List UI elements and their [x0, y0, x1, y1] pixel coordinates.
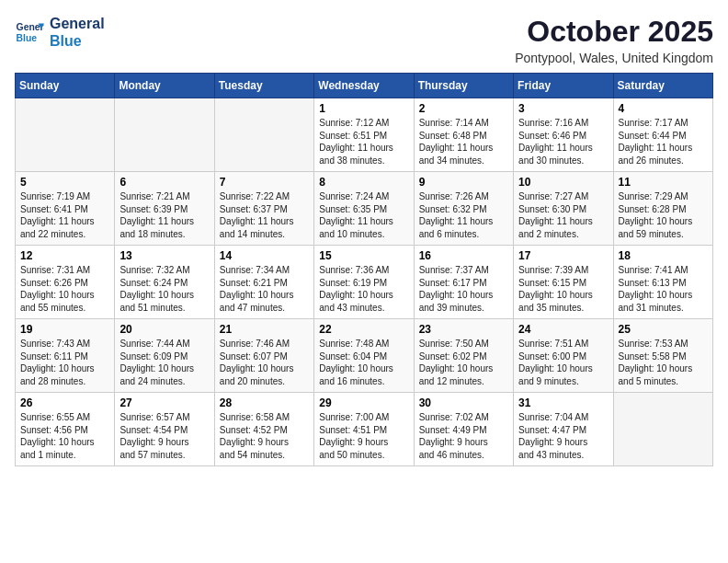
day-number: 19: [20, 323, 109, 336]
calendar-cell: [613, 393, 712, 466]
day-number: 30: [419, 396, 508, 409]
calendar-cell: 13Sunrise: 7:32 AM Sunset: 6:24 PM Dayli…: [115, 246, 214, 319]
cell-content: Sunrise: 7:16 AM Sunset: 6:46 PM Dayligh…: [518, 117, 608, 167]
cell-content: Sunrise: 7:34 AM Sunset: 6:21 PM Dayligh…: [220, 264, 309, 314]
cell-content: Sunrise: 7:17 AM Sunset: 6:44 PM Dayligh…: [619, 117, 708, 167]
cell-content: Sunrise: 6:57 AM Sunset: 4:54 PM Dayligh…: [119, 411, 209, 461]
cell-content: Sunrise: 7:02 AM Sunset: 4:49 PM Dayligh…: [419, 411, 508, 461]
calendar-cell: 9Sunrise: 7:26 AM Sunset: 6:32 PM Daylig…: [414, 172, 513, 246]
day-number: 3: [518, 102, 608, 115]
calendar-cell: 23Sunrise: 7:50 AM Sunset: 6:02 PM Dayli…: [414, 319, 513, 393]
week-row-3: 12Sunrise: 7:31 AM Sunset: 6:26 PM Dayli…: [16, 246, 713, 319]
cell-content: Sunrise: 7:12 AM Sunset: 6:51 PM Dayligh…: [319, 117, 408, 167]
weekday-header-row: SundayMondayTuesdayWednesdayThursdayFrid…: [16, 74, 713, 98]
calendar-cell: 24Sunrise: 7:51 AM Sunset: 6:00 PM Dayli…: [514, 319, 613, 393]
calendar-cell: 1Sunrise: 7:12 AM Sunset: 6:51 PM Daylig…: [314, 98, 414, 172]
calendar-cell: 15Sunrise: 7:36 AM Sunset: 6:19 PM Dayli…: [314, 246, 414, 319]
week-row-4: 19Sunrise: 7:43 AM Sunset: 6:11 PM Dayli…: [16, 319, 713, 393]
calendar-cell: 16Sunrise: 7:37 AM Sunset: 6:17 PM Dayli…: [414, 246, 513, 319]
day-number: 31: [518, 396, 608, 409]
day-number: 24: [518, 323, 608, 336]
day-number: 7: [220, 176, 309, 189]
weekday-header-sunday: Sunday: [16, 74, 115, 98]
calendar-cell: 12Sunrise: 7:31 AM Sunset: 6:26 PM Dayli…: [16, 246, 115, 319]
calendar-cell: 6Sunrise: 7:21 AM Sunset: 6:39 PM Daylig…: [115, 172, 214, 246]
cell-content: Sunrise: 7:21 AM Sunset: 6:39 PM Dayligh…: [119, 190, 209, 240]
day-number: 9: [419, 176, 508, 189]
cell-content: Sunrise: 7:41 AM Sunset: 6:13 PM Dayligh…: [619, 264, 708, 314]
calendar-cell: 26Sunrise: 6:55 AM Sunset: 4:56 PM Dayli…: [16, 393, 115, 466]
cell-content: Sunrise: 7:04 AM Sunset: 4:47 PM Dayligh…: [518, 411, 608, 461]
calendar-cell: [115, 98, 214, 172]
calendar-cell: 27Sunrise: 6:57 AM Sunset: 4:54 PM Dayli…: [115, 393, 214, 466]
day-number: 8: [319, 176, 408, 189]
cell-content: Sunrise: 7:29 AM Sunset: 6:28 PM Dayligh…: [619, 190, 708, 240]
weekday-header-thursday: Thursday: [414, 74, 513, 98]
page-container: General Blue General Blue October 2025 P…: [0, 0, 728, 476]
calendar-cell: [16, 98, 115, 172]
logo-general: General: [50, 15, 105, 32]
week-row-2: 5Sunrise: 7:19 AM Sunset: 6:41 PM Daylig…: [16, 172, 713, 246]
weekday-header-friday: Friday: [514, 74, 613, 98]
calendar-cell: 29Sunrise: 7:00 AM Sunset: 4:51 PM Dayli…: [314, 393, 414, 466]
calendar-cell: [214, 98, 313, 172]
cell-content: Sunrise: 6:58 AM Sunset: 4:52 PM Dayligh…: [220, 411, 309, 461]
cell-content: Sunrise: 7:31 AM Sunset: 6:26 PM Dayligh…: [20, 264, 109, 314]
cell-content: Sunrise: 7:37 AM Sunset: 6:17 PM Dayligh…: [419, 264, 508, 314]
weekday-header-wednesday: Wednesday: [314, 74, 414, 98]
cell-content: Sunrise: 7:22 AM Sunset: 6:37 PM Dayligh…: [220, 190, 309, 240]
day-number: 2: [419, 102, 508, 115]
location: Pontypool, Wales, United Kingdom: [515, 51, 713, 65]
cell-content: Sunrise: 6:55 AM Sunset: 4:56 PM Dayligh…: [20, 411, 109, 461]
month-title: October 2025: [515, 15, 713, 49]
cell-content: Sunrise: 7:27 AM Sunset: 6:30 PM Dayligh…: [518, 190, 608, 240]
header: General Blue General Blue October 2025 P…: [15, 15, 713, 65]
calendar-cell: 3Sunrise: 7:16 AM Sunset: 6:46 PM Daylig…: [514, 98, 613, 172]
logo-blue: Blue: [50, 32, 105, 50]
calendar-cell: 10Sunrise: 7:27 AM Sunset: 6:30 PM Dayli…: [514, 172, 613, 246]
svg-text:Blue: Blue: [17, 33, 38, 43]
cell-content: Sunrise: 7:14 AM Sunset: 6:48 PM Dayligh…: [419, 117, 508, 167]
calendar-cell: 30Sunrise: 7:02 AM Sunset: 4:49 PM Dayli…: [414, 393, 513, 466]
day-number: 26: [20, 396, 109, 409]
day-number: 28: [220, 396, 309, 409]
logo: General Blue General Blue: [15, 15, 105, 50]
cell-content: Sunrise: 7:43 AM Sunset: 6:11 PM Dayligh…: [20, 338, 109, 387]
day-number: 15: [319, 249, 408, 262]
day-number: 1: [319, 102, 408, 115]
calendar-cell: 4Sunrise: 7:17 AM Sunset: 6:44 PM Daylig…: [613, 98, 712, 172]
day-number: 13: [119, 249, 209, 262]
calendar-cell: 5Sunrise: 7:19 AM Sunset: 6:41 PM Daylig…: [16, 172, 115, 246]
calendar-cell: 2Sunrise: 7:14 AM Sunset: 6:48 PM Daylig…: [414, 98, 513, 172]
day-number: 20: [119, 323, 209, 336]
weekday-header-monday: Monday: [115, 74, 214, 98]
day-number: 11: [619, 176, 708, 189]
day-number: 14: [220, 249, 309, 262]
calendar-cell: 25Sunrise: 7:53 AM Sunset: 5:58 PM Dayli…: [613, 319, 712, 393]
cell-content: Sunrise: 7:46 AM Sunset: 6:07 PM Dayligh…: [220, 338, 309, 387]
calendar-cell: 17Sunrise: 7:39 AM Sunset: 6:15 PM Dayli…: [514, 246, 613, 319]
title-block: October 2025 Pontypool, Wales, United Ki…: [515, 15, 713, 65]
cell-content: Sunrise: 7:24 AM Sunset: 6:35 PM Dayligh…: [319, 190, 408, 240]
day-number: 16: [419, 249, 508, 262]
week-row-5: 26Sunrise: 6:55 AM Sunset: 4:56 PM Dayli…: [16, 393, 713, 466]
weekday-header-saturday: Saturday: [613, 74, 712, 98]
day-number: 21: [220, 323, 309, 336]
calendar-cell: 22Sunrise: 7:48 AM Sunset: 6:04 PM Dayli…: [314, 319, 414, 393]
day-number: 10: [518, 176, 608, 189]
cell-content: Sunrise: 7:36 AM Sunset: 6:19 PM Dayligh…: [319, 264, 408, 314]
cell-content: Sunrise: 7:00 AM Sunset: 4:51 PM Dayligh…: [319, 411, 408, 461]
day-number: 6: [119, 176, 209, 189]
cell-content: Sunrise: 7:50 AM Sunset: 6:02 PM Dayligh…: [419, 338, 508, 387]
cell-content: Sunrise: 7:44 AM Sunset: 6:09 PM Dayligh…: [119, 338, 209, 387]
calendar-cell: 19Sunrise: 7:43 AM Sunset: 6:11 PM Dayli…: [16, 319, 115, 393]
calendar-cell: 8Sunrise: 7:24 AM Sunset: 6:35 PM Daylig…: [314, 172, 414, 246]
calendar-cell: 21Sunrise: 7:46 AM Sunset: 6:07 PM Dayli…: [214, 319, 313, 393]
day-number: 12: [20, 249, 109, 262]
calendar-cell: 31Sunrise: 7:04 AM Sunset: 4:47 PM Dayli…: [514, 393, 613, 466]
calendar-cell: 14Sunrise: 7:34 AM Sunset: 6:21 PM Dayli…: [214, 246, 313, 319]
day-number: 29: [319, 396, 408, 409]
week-row-1: 1Sunrise: 7:12 AM Sunset: 6:51 PM Daylig…: [16, 98, 713, 172]
weekday-header-tuesday: Tuesday: [214, 74, 313, 98]
day-number: 27: [119, 396, 209, 409]
